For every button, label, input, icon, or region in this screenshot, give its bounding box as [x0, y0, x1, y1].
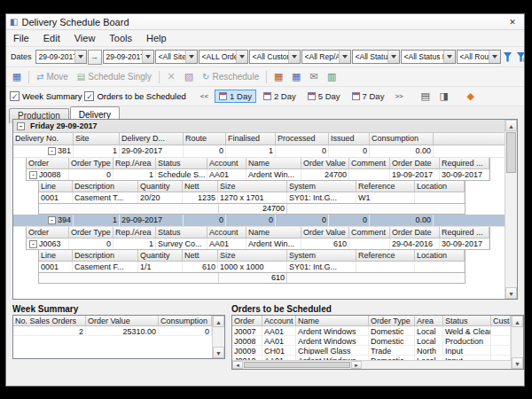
- schedule-board-icon[interactable]: ▦: [9, 71, 25, 82]
- line-row[interactable]: 0001 Casement T... 20/20 1235 1270 x 170…: [39, 192, 465, 203]
- table-row[interactable]: J0008 AA01 Ardent Windows Domestic Local…: [232, 336, 523, 346]
- column-header[interactable]: Status: [443, 316, 491, 325]
- delivery-row[interactable]: -394 1 29-09-2017 0 0 0 0 0.00: [13, 215, 505, 227]
- calendar-week-icon[interactable]: ▦: [288, 71, 304, 82]
- scroll-up-icon[interactable]: ▲: [213, 316, 224, 327]
- order-cell[interactable]: -J0063: [27, 239, 69, 249]
- column-header[interactable]: Account: [262, 316, 296, 325]
- order-cell[interactable]: CH01: [262, 346, 296, 355]
- column-header[interactable]: Area: [415, 316, 443, 325]
- order-cell[interactable]: North: [415, 346, 443, 355]
- column-header[interactable]: Reference: [356, 250, 415, 261]
- delivery-cell[interactable]: 0: [329, 145, 370, 157]
- chevron-down-icon[interactable]: [74, 51, 86, 63]
- line-cell[interactable]: 1270 x 1701: [218, 192, 287, 203]
- column-header[interactable]: System: [287, 250, 356, 261]
- customers-filter[interactable]: <All Customers>: [249, 50, 301, 64]
- delivery-cell[interactable]: 29-09-2017: [120, 145, 184, 157]
- filter-icon[interactable]: [502, 51, 514, 63]
- column-header[interactable]: Name: [246, 158, 301, 168]
- scrollbar-thumb[interactable]: [244, 362, 350, 368]
- menu-edit[interactable]: Edit: [36, 32, 67, 44]
- delivery-cell[interactable]: -394: [13, 215, 74, 226]
- line-cell[interactable]: 0001: [39, 192, 73, 203]
- order-cell[interactable]: 30-09-2017: [440, 169, 489, 180]
- column-header[interactable]: Reference: [356, 181, 415, 192]
- week-summary-scrollbar[interactable]: ▲ ▼: [212, 316, 224, 358]
- delivery-cell[interactable]: 0: [276, 215, 329, 226]
- clear-filter-icon[interactable]: ✕: [515, 51, 524, 63]
- next-period-button[interactable]: >>: [391, 90, 406, 102]
- sites-filter[interactable]: <All Sites>: [155, 50, 198, 64]
- scroll-down-icon[interactable]: ▼: [505, 287, 517, 299]
- column-header[interactable]: Rep./Area: [113, 227, 156, 238]
- column-header[interactable]: Delivery D...: [120, 133, 184, 145]
- delivery-cell[interactable]: 1: [74, 145, 120, 157]
- column-header[interactable]: Cust. Ref: [491, 316, 511, 325]
- order-cell[interactable]: AA01: [262, 326, 296, 335]
- order-cell[interactable]: Domestic: [369, 336, 415, 345]
- date-from-combo[interactable]: 29-09-2017: [35, 50, 87, 64]
- line-cell[interactable]: Casement T...: [73, 192, 138, 203]
- column-header[interactable]: Comment: [349, 158, 390, 168]
- column-header[interactable]: Description: [73, 181, 138, 192]
- grid-vertical-scrollbar[interactable]: ▲ ▼: [505, 120, 517, 299]
- column-header[interactable]: Finalised: [226, 133, 276, 145]
- move-button[interactable]: ⇄ Move: [33, 71, 72, 82]
- schedule-singly-button[interactable]: ▤ Schedule Singly: [74, 71, 155, 82]
- order-cell[interactable]: Schedule S...: [156, 169, 207, 180]
- order-cell[interactable]: AA01: [207, 169, 246, 180]
- column-header[interactable]: Order Value: [86, 316, 159, 325]
- order-cell[interactable]: J0009: [232, 346, 262, 355]
- order-cell[interactable]: Ardent Win...: [246, 239, 301, 249]
- column-header[interactable]: Order Type: [69, 227, 113, 238]
- column-header[interactable]: Quantity: [138, 250, 183, 261]
- column-header[interactable]: Status: [156, 158, 207, 168]
- chevron-down-icon[interactable]: [236, 51, 247, 63]
- chevron-down-icon[interactable]: [142, 51, 153, 63]
- column-header[interactable]: Line: [39, 181, 73, 192]
- column-header[interactable]: Location: [415, 250, 465, 261]
- order-row[interactable]: -J0063 0 1 Survey Co... AA01 Ardent Win.…: [27, 239, 489, 249]
- column-header[interactable]: Size: [218, 250, 287, 261]
- order-cell[interactable]: J0008: [232, 336, 262, 345]
- order-cell[interactable]: Trade: [369, 346, 415, 355]
- order-cell[interactable]: 0: [69, 169, 113, 180]
- column-header[interactable]: Account: [207, 227, 246, 238]
- column-header[interactable]: Comment: [349, 227, 390, 238]
- table-row[interactable]: J0009 CH01 Chipwell Glass Trade North In…: [232, 346, 523, 356]
- order-cell[interactable]: -J0088: [27, 169, 69, 180]
- column-header[interactable]: Processed: [276, 133, 329, 145]
- column-header[interactable]: Order Date: [390, 158, 440, 168]
- scroll-left-icon[interactable]: ◄: [232, 361, 243, 369]
- collapse-row-icon[interactable]: -: [48, 216, 56, 224]
- view-1-day-button[interactable]: 1 Day: [215, 90, 256, 103]
- delivery-cell[interactable]: 29-09-2017: [120, 215, 184, 226]
- line-cell[interactable]: 610: [183, 262, 218, 272]
- chevron-down-icon[interactable]: [387, 51, 399, 63]
- column-header[interactable]: Order: [232, 316, 262, 325]
- print-preview-icon[interactable]: ◨: [436, 90, 452, 102]
- mail-icon[interactable]: ✉: [306, 71, 322, 82]
- delivery-cell[interactable]: 1: [74, 215, 120, 226]
- chevron-down-icon[interactable]: [489, 51, 500, 63]
- order-row[interactable]: -J0088 0 1 Schedule S... AA01 Ardent Win…: [27, 169, 489, 180]
- line-cell[interactable]: 1/1: [138, 262, 183, 272]
- order-type-filter[interactable]: <ALL Order Typ: [199, 50, 248, 64]
- delivery-row[interactable]: -381 1 29-09-2017 0 1 0 0 0.00: [13, 145, 505, 158]
- delivery-cell[interactable]: 0.00: [370, 215, 434, 226]
- delivery-cell[interactable]: -381: [13, 145, 74, 157]
- line-cell[interactable]: [415, 192, 465, 203]
- column-header[interactable]: Order Date: [390, 227, 440, 238]
- calendar-day-icon[interactable]: ▦: [270, 71, 286, 82]
- delivery-cell[interactable]: 1: [226, 145, 276, 157]
- order-cell[interactable]: Domestic: [369, 326, 415, 335]
- table-row[interactable]: 2 25310.00 0: [13, 326, 224, 336]
- week-summary-checkbox[interactable]: ✓: [10, 91, 20, 101]
- table-row[interactable]: J0007 AA01 Ardent Windows Domestic Local…: [232, 326, 523, 336]
- order-cell[interactable]: Chipwell Glass: [296, 346, 369, 355]
- column-header[interactable]: Consumption: [370, 133, 434, 145]
- status-range-filter[interactable]: <All Status Range: [401, 50, 456, 64]
- column-header[interactable]: Order: [27, 227, 69, 238]
- date-range-arrow-icon[interactable]: →: [88, 50, 102, 65]
